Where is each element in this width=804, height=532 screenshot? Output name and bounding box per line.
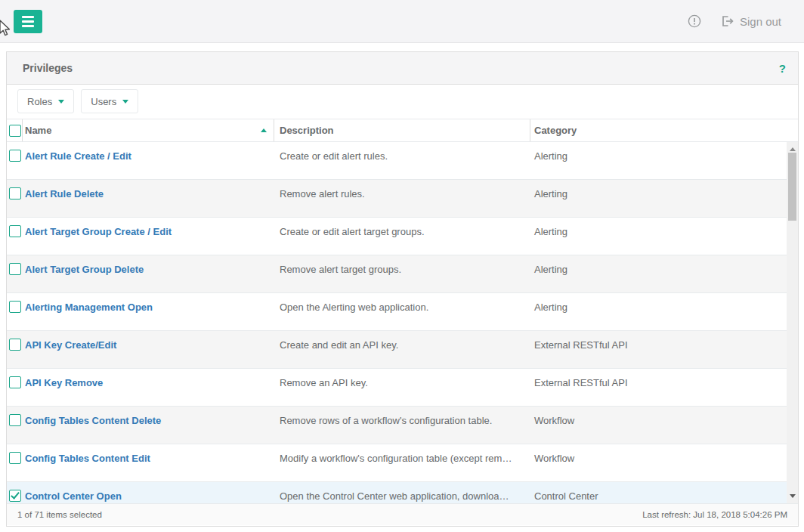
top-navbar: Sign out xyxy=(0,0,804,43)
privilege-description: Remove alert rules. xyxy=(274,180,530,217)
privilege-description: Create and edit an API key. xyxy=(274,331,530,368)
privilege-name-link[interactable]: Alerting Management Open xyxy=(25,302,153,313)
row-checkbox-cell xyxy=(7,331,23,368)
roles-dropdown-label: Roles xyxy=(27,96,52,107)
row-checkbox[interactable] xyxy=(9,150,21,162)
table-header-row: Name Description Category xyxy=(7,119,798,142)
privilege-category: Control Center xyxy=(530,482,798,503)
row-checkbox[interactable] xyxy=(9,339,21,351)
row-checkbox[interactable] xyxy=(9,263,21,275)
filter-toolbar: Roles Users xyxy=(7,85,798,119)
roles-dropdown-button[interactable]: Roles xyxy=(17,89,74,113)
row-checkbox[interactable] xyxy=(9,187,21,200)
chevron-down-icon xyxy=(58,100,64,104)
privilege-description: Remove alert target groups. xyxy=(274,255,530,292)
row-checkbox-cell xyxy=(7,255,23,292)
privilege-category: Alerting xyxy=(530,255,798,292)
help-icon[interactable]: ? xyxy=(779,62,786,75)
row-checkbox[interactable] xyxy=(9,301,21,313)
privilege-name-link[interactable]: Alert Rule Delete xyxy=(25,188,104,200)
select-all-checkbox[interactable] xyxy=(9,125,21,137)
privilege-category: Workflow xyxy=(530,444,798,481)
row-checkbox[interactable] xyxy=(9,452,21,464)
privileges-panel: Privileges ? Roles Users Name Descriptio… xyxy=(6,51,799,527)
vertical-scrollbar[interactable] xyxy=(787,142,798,503)
privilege-description: Open the Control Center web application,… xyxy=(274,482,530,503)
privilege-description: Remove rows of a workflow's configuratio… xyxy=(274,407,530,444)
table-row[interactable]: Alert Target Group Create / Edit Create … xyxy=(7,218,798,255)
selection-status: 1 of 71 items selected xyxy=(17,510,102,519)
panel-header: Privileges ? xyxy=(7,52,798,85)
table-row[interactable]: Alerting Management Open Open the Alerti… xyxy=(7,293,798,331)
privilege-name-cell: Control Center Open xyxy=(23,482,274,503)
row-checkbox-cell xyxy=(7,293,23,330)
table-row[interactable]: Config Tables Content Delete Remove rows… xyxy=(7,407,798,444)
privilege-category: External RESTful API xyxy=(530,331,798,368)
privilege-name-link[interactable]: API Key Remove xyxy=(25,377,103,388)
sign-out-button[interactable]: Sign out xyxy=(721,15,781,28)
row-checkbox-cell xyxy=(7,142,23,179)
row-checkbox[interactable] xyxy=(9,225,21,237)
privilege-name-link[interactable]: API Key Create/Edit xyxy=(25,339,116,351)
privilege-name-link[interactable]: Alert Target Group Delete xyxy=(25,264,144,275)
select-all-cell xyxy=(7,119,23,141)
row-checkbox-cell xyxy=(7,218,23,255)
column-header-name[interactable]: Name xyxy=(23,119,274,141)
users-dropdown-label: Users xyxy=(91,96,116,107)
privilege-name-cell: Alert Rule Create / Edit xyxy=(23,142,274,179)
privilege-name-link[interactable]: Config Tables Content Edit xyxy=(25,453,150,464)
privilege-name-link[interactable]: Control Center Open xyxy=(25,490,122,502)
privilege-name-cell: Alerting Management Open xyxy=(23,293,274,330)
privilege-description: Modify a workflow's configuration table … xyxy=(274,444,530,481)
table-row[interactable]: Control Center Open Open the Control Cen… xyxy=(7,482,798,503)
sort-ascending-icon xyxy=(261,128,267,132)
row-checkbox-checked[interactable] xyxy=(9,490,21,502)
row-checkbox-cell xyxy=(7,180,23,217)
privilege-category: Alerting xyxy=(530,293,798,330)
users-dropdown-button[interactable]: Users xyxy=(81,89,138,113)
column-header-description[interactable]: Description xyxy=(274,119,530,141)
column-header-name-label: Name xyxy=(25,125,51,136)
row-checkbox-cell xyxy=(7,407,23,444)
row-checkbox-cell xyxy=(7,369,23,406)
privilege-description: Open the Alerting web application. xyxy=(274,293,530,330)
privilege-description: Remove an API key. xyxy=(274,369,530,406)
privilege-description: Create or edit alert target groups. xyxy=(274,218,530,255)
privilege-category: Alerting xyxy=(530,180,798,217)
privilege-category: Alerting xyxy=(530,218,798,255)
table-row[interactable]: Alert Target Group Delete Remove alert t… xyxy=(7,255,798,293)
privilege-category: Alerting xyxy=(530,142,798,179)
privilege-name-cell: Alert Target Group Create / Edit xyxy=(23,218,274,255)
table-row[interactable]: Alert Rule Create / Edit Create or edit … xyxy=(7,142,798,180)
privilege-category: Workflow xyxy=(530,407,798,444)
privilege-name-link[interactable]: Alert Rule Create / Edit xyxy=(25,150,131,162)
navbar-actions: Sign out xyxy=(688,14,781,28)
privilege-name-cell: API Key Remove xyxy=(23,369,274,406)
column-header-category[interactable]: Category xyxy=(530,119,798,141)
table-row[interactable]: Config Tables Content Edit Modify a work… xyxy=(7,444,798,482)
privilege-name-cell: Config Tables Content Delete xyxy=(23,407,274,444)
status-bar: 1 of 71 items selected Last refresh: Jul… xyxy=(7,503,798,525)
privilege-name-cell: Alert Rule Delete xyxy=(23,180,274,217)
row-checkbox[interactable] xyxy=(9,376,21,388)
sign-out-icon xyxy=(721,15,734,27)
row-checkbox-cell xyxy=(7,444,23,481)
sign-out-label: Sign out xyxy=(740,15,781,28)
table-body: Alert Rule Create / Edit Create or edit … xyxy=(7,142,798,503)
hamburger-menu-button[interactable] xyxy=(14,10,42,33)
privilege-name-link[interactable]: Config Tables Content Delete xyxy=(25,415,161,426)
privilege-name-cell: API Key Create/Edit xyxy=(23,331,274,368)
row-checkbox-cell xyxy=(7,482,23,503)
info-icon[interactable] xyxy=(688,14,701,28)
table-row[interactable]: API Key Create/Edit Create and edit an A… xyxy=(7,331,798,369)
table-row[interactable]: API Key Remove Remove an API key. Extern… xyxy=(7,369,798,407)
privilege-category: External RESTful API xyxy=(530,369,798,406)
scrollbar-thumb[interactable] xyxy=(788,153,796,221)
table-row[interactable]: Alert Rule Delete Remove alert rules. Al… xyxy=(7,180,798,218)
row-checkbox[interactable] xyxy=(9,414,21,426)
column-header-category-label: Category xyxy=(534,125,577,136)
scrollbar-down-arrow-icon[interactable] xyxy=(787,490,798,502)
privilege-description: Create or edit alert rules. xyxy=(274,142,530,179)
privilege-name-link[interactable]: Alert Target Group Create / Edit xyxy=(25,226,172,237)
privilege-name-cell: Alert Target Group Delete xyxy=(23,255,274,292)
